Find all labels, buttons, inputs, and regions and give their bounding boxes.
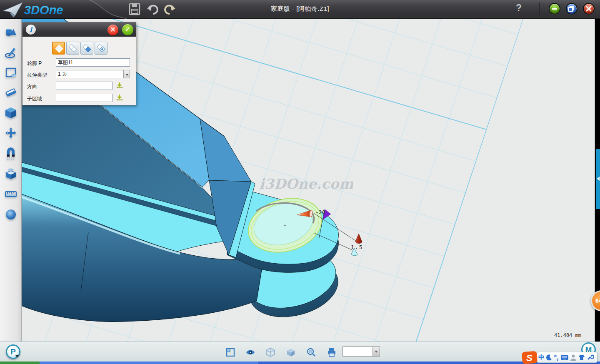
p-mode-dropdown-arrow[interactable] xyxy=(15,355,19,359)
zoom-cube-icon[interactable] xyxy=(306,347,316,357)
direction-pick-icon[interactable] xyxy=(116,82,123,89)
svg-text:S: S xyxy=(526,353,532,363)
titlebar: 3DOne 家庭版 - [阿帕奇.Z1] ? xyxy=(0,0,600,19)
ime-skin-icon[interactable] xyxy=(578,354,585,361)
subregion-pick-icon[interactable] xyxy=(116,94,123,101)
titlebar-separator xyxy=(539,2,540,16)
dim-draft-label: 1.5 xyxy=(351,244,363,250)
magnet-icon[interactable] xyxy=(5,147,17,160)
subregion-label: 子区域 xyxy=(27,95,42,102)
info-icon: i xyxy=(26,25,36,35)
app-logo: 3DOne xyxy=(2,1,86,18)
dim-offset-label: -20 xyxy=(315,209,325,215)
profile-label: 轮廓 P xyxy=(27,60,42,67)
boolean-base-button[interactable] xyxy=(52,42,65,55)
sketch-plane-icon[interactable] xyxy=(5,66,17,79)
subregion-input[interactable] xyxy=(56,94,112,102)
boolean-intersect-button[interactable] xyxy=(95,42,108,55)
save-icon[interactable] xyxy=(128,2,142,16)
primitive-solids-icon[interactable] xyxy=(5,26,17,39)
scale-indicator: 41.404 mm xyxy=(554,332,588,338)
boolean-subtract-button[interactable] xyxy=(80,42,93,55)
measure-icon[interactable] xyxy=(5,188,17,200)
combine-icon[interactable] xyxy=(5,167,17,180)
collapsed-panel-tab[interactable] xyxy=(596,149,600,209)
plane-view-icon[interactable] xyxy=(225,347,235,357)
ime-toolbar[interactable]: 中 xyxy=(537,352,598,363)
boolean-type-buttons xyxy=(52,42,108,55)
paper-plane-icon xyxy=(3,2,22,16)
ime-punctuation-icon[interactable] xyxy=(554,354,560,361)
undo-icon[interactable] xyxy=(145,2,160,16)
watermark: i3DOne.com xyxy=(259,176,354,192)
window-title: 家庭版 - [阿帕奇.Z1] xyxy=(233,5,367,13)
redo-icon[interactable] xyxy=(163,2,177,16)
boolean-add-button[interactable] xyxy=(66,42,79,55)
logo-text: 3DOne xyxy=(24,3,63,17)
solid-cube-icon[interactable] xyxy=(5,107,17,119)
eraser-icon[interactable] xyxy=(5,86,17,99)
direction-input[interactable] xyxy=(56,82,112,90)
visibility-eye-icon[interactable] xyxy=(245,347,255,357)
dialog-header xyxy=(22,22,136,37)
minimize-button[interactable] xyxy=(549,3,560,15)
extrude-dialog: i ✕ ✓ 轮廓 P 拉伸类型 方向 xyxy=(22,22,136,105)
ime-profile-icon[interactable] xyxy=(570,354,577,361)
bottom-toolbar: P M xyxy=(0,342,600,362)
sketch-draw-icon[interactable] xyxy=(5,46,17,59)
wireframe-cube-icon[interactable] xyxy=(265,347,275,357)
extrude-type-label: 拉伸类型 xyxy=(27,72,47,79)
extrude-type-combo-button[interactable] xyxy=(123,70,130,78)
move-icon[interactable] xyxy=(5,127,17,139)
shaded-cube-icon[interactable] xyxy=(286,347,296,357)
ime-lang-icon[interactable]: 中 xyxy=(538,354,545,362)
sphere-icon[interactable] xyxy=(5,208,17,221)
dialog-cancel-button[interactable]: ✕ xyxy=(108,25,118,35)
maximize-button[interactable] xyxy=(566,3,578,15)
extrude-type-combo[interactable] xyxy=(56,70,130,78)
view-preset-combo[interactable] xyxy=(342,347,380,357)
profile-input[interactable] xyxy=(56,58,130,67)
windows-taskbar[interactable] xyxy=(0,362,600,364)
ime-moon-icon[interactable] xyxy=(545,354,553,361)
help-button[interactable]: ? xyxy=(516,2,522,14)
view-preset-combo-arrow[interactable] xyxy=(372,347,380,356)
print-icon[interactable] xyxy=(327,347,337,357)
dialog-confirm-button[interactable]: ✓ xyxy=(122,24,133,35)
sogou-logo[interactable]: S xyxy=(521,351,538,364)
close-button[interactable] xyxy=(583,3,595,15)
ime-settings-icon[interactable] xyxy=(586,354,594,361)
ime-keyboard-icon[interactable] xyxy=(560,354,569,361)
direction-label: 方向 xyxy=(27,83,37,90)
left-toolbar xyxy=(0,19,22,342)
